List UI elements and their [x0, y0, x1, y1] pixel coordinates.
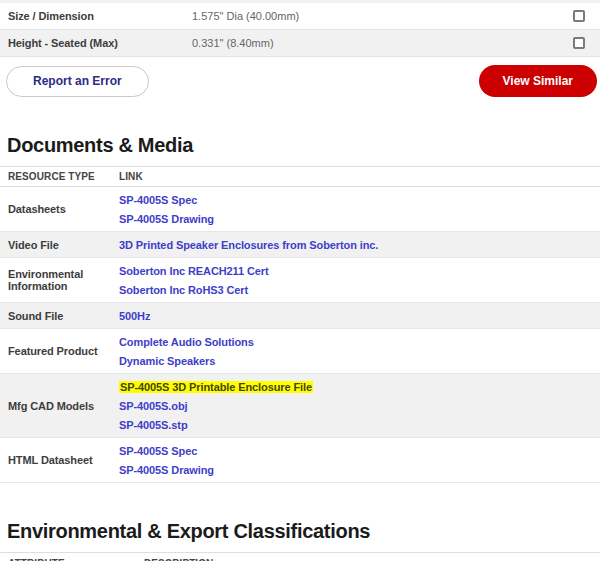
product-detail-page: Size / Dimension 1.575" Dia (40.00mm) He…	[0, 0, 600, 561]
document-links: SP-4005S SpecSP-4005S Drawing	[119, 440, 600, 480]
documents-table-header: RESOURCE TYPE LINK	[0, 166, 600, 187]
document-link[interactable]: 3D Printed Speaker Enclosures from Sober…	[119, 239, 378, 251]
document-link[interactable]: 500Hz	[119, 310, 150, 322]
document-link-line: 3D Printed Speaker Enclosures from Sober…	[119, 235, 600, 254]
report-error-button[interactable]: Report an Error	[6, 66, 149, 97]
compare-checkbox[interactable]	[573, 37, 585, 49]
document-link-line: Soberton Inc RoHS3 Cert	[119, 280, 600, 299]
document-row: Mfg CAD Models SP-4005S 3D Printable Enc…	[0, 374, 600, 438]
resource-type-label: HTML Datasheet	[0, 454, 119, 466]
document-row: Environmental Information Soberton Inc R…	[0, 258, 600, 303]
document-link-line: SP-4005S Spec	[119, 190, 600, 209]
document-link[interactable]: SP-4005S Spec	[119, 445, 197, 457]
document-link-line: SP-4005S Drawing	[119, 209, 600, 228]
classifications-table-header: ATTRIBUTE DESCRIPTION	[0, 552, 600, 561]
document-link-line: Dynamic Speakers	[119, 351, 600, 370]
document-link-line: SP-4005S.stp	[119, 415, 600, 434]
document-link[interactable]: SP-4005S Drawing	[119, 464, 214, 476]
document-row: Featured Product Complete Audio Solution…	[0, 329, 600, 374]
document-link-line: SP-4005S 3D Printable Enclosure File	[119, 377, 600, 396]
resource-type-label: Video File	[0, 239, 119, 251]
column-header-link: LINK	[119, 171, 143, 182]
actions-bar: Report an Error View Similar	[6, 65, 597, 97]
document-link[interactable]: SP-4005S Spec	[119, 194, 197, 206]
document-link-line: 500Hz	[119, 306, 600, 325]
document-link-line: SP-4005S Spec	[119, 441, 600, 460]
document-link-line: Complete Audio Solutions	[119, 332, 600, 351]
attribute-label: Size / Dimension	[0, 10, 192, 22]
document-link[interactable]: Soberton Inc RoHS3 Cert	[119, 284, 248, 296]
document-link-highlighted[interactable]: SP-4005S 3D Printable Enclosure File	[119, 381, 313, 393]
document-row: HTML Datasheet SP-4005S SpecSP-4005S Dra…	[0, 438, 600, 483]
document-links: Soberton Inc REACH211 CertSoberton Inc R…	[119, 260, 600, 300]
document-link[interactable]: Soberton Inc REACH211 Cert	[119, 265, 269, 277]
compare-checkbox[interactable]	[573, 10, 585, 22]
document-link[interactable]: SP-4005S.obj	[119, 400, 188, 412]
resource-type-label: Environmental Information	[0, 268, 119, 292]
document-link[interactable]: SP-4005S.stp	[119, 419, 188, 431]
attribute-label: Height - Seated (Max)	[0, 37, 192, 49]
view-similar-button[interactable]: View Similar	[479, 65, 597, 97]
document-row: Video File 3D Printed Speaker Enclosures…	[0, 232, 600, 258]
resource-type-label: Datasheets	[0, 203, 119, 215]
document-links: SP-4005S SpecSP-4005S Drawing	[119, 189, 600, 229]
document-link-line: SP-4005S.obj	[119, 396, 600, 415]
column-header-resource-type: RESOURCE TYPE	[0, 171, 119, 182]
document-link-line: SP-4005S Drawing	[119, 460, 600, 479]
attribute-row: Height - Seated (Max) 0.331" (8.40mm)	[0, 30, 600, 57]
documents-table: Datasheets SP-4005S SpecSP-4005S Drawing…	[0, 187, 600, 483]
document-link-line: Soberton Inc REACH211 Cert	[119, 261, 600, 280]
document-links: 500Hz	[119, 305, 600, 326]
document-links: SP-4005S 3D Printable Enclosure FileSP-4…	[119, 376, 600, 435]
attributes-table: Size / Dimension 1.575" Dia (40.00mm) He…	[0, 3, 600, 57]
document-row: Datasheets SP-4005S SpecSP-4005S Drawing	[0, 187, 600, 232]
resource-type-label: Mfg CAD Models	[0, 400, 119, 412]
attribute-value: 1.575" Dia (40.00mm)	[192, 10, 573, 22]
document-links: Complete Audio SolutionsDynamic Speakers	[119, 331, 600, 371]
environmental-classifications-title: Environmental & Export Classifications	[7, 520, 600, 543]
document-row: Sound File 500Hz	[0, 303, 600, 329]
document-links: 3D Printed Speaker Enclosures from Sober…	[119, 234, 600, 255]
document-link[interactable]: Complete Audio Solutions	[119, 336, 254, 348]
resource-type-label: Sound File	[0, 310, 119, 322]
attribute-row: Size / Dimension 1.575" Dia (40.00mm)	[0, 3, 600, 30]
documents-media-title: Documents & Media	[7, 134, 600, 157]
attribute-value: 0.331" (8.40mm)	[192, 37, 573, 49]
document-link[interactable]: SP-4005S Drawing	[119, 213, 214, 225]
document-link[interactable]: Dynamic Speakers	[119, 355, 215, 367]
resource-type-label: Featured Product	[0, 345, 119, 357]
